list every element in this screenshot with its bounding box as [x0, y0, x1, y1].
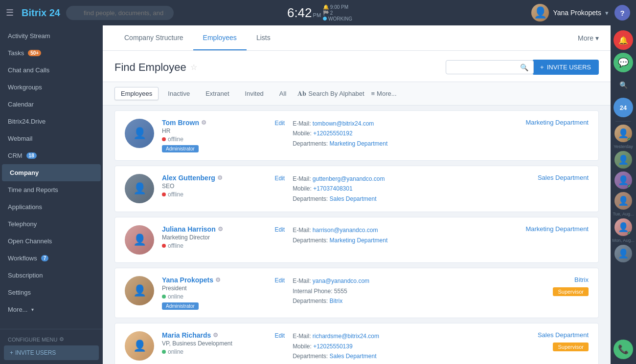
employee-card-maria-richards: 👤 Maria Richards ⚙ VP, Business Developm… — [114, 323, 599, 364]
dept-link-alex-guttenberg[interactable]: Sales Department — [510, 174, 589, 181]
menu-icon[interactable]: ☰ — [6, 7, 14, 18]
filter-more-button[interactable]: ≡ More... — [371, 90, 397, 97]
search-by-alphabet[interactable]: 𝐀𝐛 Search By Alphabet — [297, 89, 364, 98]
app-logo: Bitrix 24 — [22, 7, 60, 19]
settings-icon: ⚙ — [218, 226, 223, 233]
emp-email-tom-brown[interactable]: tombown@bitrix24.com — [313, 120, 374, 127]
dept-link-tom-brown[interactable]: Marketing Department — [510, 119, 589, 126]
crm-badge: 18 — [26, 152, 37, 159]
emp-mobile-tom-brown[interactable]: +12025550192 — [313, 130, 352, 137]
filter-tab-inactive[interactable]: Inactive — [161, 87, 196, 100]
emp-name-juliana-harrison[interactable]: Juliana Harrison ⚙ — [162, 225, 267, 233]
sidebar-item-subscription[interactable]: Subscription — [0, 267, 103, 284]
status-dot — [162, 244, 166, 248]
emp-dept-link-tom-brown[interactable]: Marketing Department — [330, 140, 388, 147]
emp-edit-juliana-harrison[interactable]: Edit — [274, 225, 285, 233]
invite-users-button[interactable]: + INVITE USERS — [532, 60, 599, 75]
emp-name-tom-brown[interactable]: Tom Brown ⚙ — [162, 119, 267, 127]
emp-email-alex-guttenberg[interactable]: guttenberg@yanandco.com — [313, 175, 385, 182]
sidebar-item-more[interactable]: More... ▾ — [0, 301, 103, 318]
emp-email-maria-richards[interactable]: richardsme@bitrix24.com — [313, 333, 379, 340]
emp-status-yana-prokopets: online — [162, 293, 267, 300]
sidebar-item-settings[interactable]: Settings — [0, 284, 103, 301]
emp-email-yana-prokopets[interactable]: yana@yanandco.com — [313, 278, 369, 284]
emp-mobile-maria-richards[interactable]: +12025550139 — [313, 343, 352, 350]
emp-contact-alex-guttenberg: E-Mail: guttenberg@yanandco.com Mobile: … — [293, 174, 502, 204]
sidebar-item-activity-stream[interactable]: Activity Stream — [0, 27, 103, 44]
sidebar-item-crm[interactable]: CRM 18 — [0, 147, 103, 164]
emp-dept-link-yana-prokopets[interactable]: Bitrix — [330, 298, 343, 304]
tab-company-structure[interactable]: Company Structure — [114, 26, 193, 50]
help-button[interactable]: ? — [614, 5, 630, 21]
sidebar-item-chat-and-calls[interactable]: Chat and Calls — [0, 62, 103, 79]
emp-role-juliana-harrison: Marketing Director — [162, 234, 267, 241]
emp-mobile-alex-guttenberg[interactable]: +17037408301 — [313, 185, 352, 192]
recent-contact-6[interactable]: 👤 — [614, 245, 632, 262]
emp-name-yana-prokopets[interactable]: Yana Prokopets ⚙ — [162, 276, 267, 284]
sidebar-invite-users-button[interactable]: + INVITE USERS — [4, 345, 99, 360]
recent-contact-1[interactable]: 👤 — [614, 125, 632, 142]
notifications-icon[interactable]: 🔔 — [613, 30, 633, 50]
tasks-badge: 50+ — [28, 50, 41, 56]
sidebar-item-applications[interactable]: Applications — [0, 198, 103, 215]
configure-menu[interactable]: CONFIGURE MENU ⚙ — [4, 333, 99, 345]
sidebar-item-webmail[interactable]: Webmail — [0, 130, 103, 147]
emp-dept-link-juliana-harrison[interactable]: Marketing Department — [330, 237, 388, 244]
filter-tab-invited[interactable]: Invited — [239, 87, 270, 100]
user-menu[interactable]: 👤 Yana Prokopets ▾ — [531, 4, 609, 21]
global-search-input[interactable] — [66, 6, 174, 20]
bitrix24-icon[interactable]: 24 — [613, 98, 633, 117]
sidebar-item-time-and-reports[interactable]: Time and Reports — [0, 181, 103, 198]
online-indicator — [628, 185, 632, 189]
employee-search-button[interactable]: 🔍 — [520, 64, 528, 71]
recent-contact-5[interactable]: 👤 — [614, 218, 632, 236]
emp-dept-link-alex-guttenberg[interactable]: Sales Department — [330, 195, 377, 202]
emp-dept-yana-prokopets: Bitrix Supervisor — [510, 276, 589, 296]
sidebar-item-workgroups[interactable]: Workgroups — [0, 79, 103, 96]
dept-link-yana-prokopets[interactable]: Bitrix — [510, 276, 589, 283]
filter-tab-all[interactable]: All — [273, 87, 293, 100]
emp-role-alex-guttenberg: SEO — [162, 183, 267, 190]
sidebar-item-company[interactable]: Company — [2, 164, 101, 181]
emp-name-alex-guttenberg[interactable]: Alex Guttenberg ⚙ — [162, 174, 267, 182]
dept-link-juliana-harrison[interactable]: Marketing Department — [510, 225, 589, 233]
find-employee-search: 🔍 + INVITE USERS — [446, 60, 599, 75]
dept-link-maria-richards[interactable]: Sales Department — [510, 331, 589, 339]
sidebar-item-tasks[interactable]: Tasks 50+ — [0, 44, 103, 62]
sidebar: Activity Stream Tasks 50+ Chat and Calls… — [0, 25, 103, 364]
tab-employees[interactable]: Employees — [193, 26, 247, 50]
content-header: Company Structure Employees Lists More ▾ — [103, 25, 611, 51]
filter-tab-extranet[interactable]: Extranet — [199, 87, 235, 100]
emp-edit-maria-richards[interactable]: Edit — [274, 331, 285, 339]
emp-contact-maria-richards: E-Mail: richardsme@bitrix24.com Mobile: … — [293, 331, 502, 361]
chat-icon[interactable]: 💬 — [613, 53, 633, 72]
emp-role-maria-richards: VP, Business Development — [162, 340, 267, 347]
favorite-icon[interactable]: ☆ — [190, 63, 197, 72]
emp-dept-alex-guttenberg: Sales Department — [510, 174, 589, 184]
sidebar-item-telephony[interactable]: Telephony — [0, 215, 103, 233]
emp-dept-link-maria-richards[interactable]: Sales Department — [330, 353, 377, 360]
filter-tab-employees[interactable]: Employees — [114, 87, 159, 100]
tab-lists[interactable]: Lists — [247, 26, 280, 50]
emp-edit-tom-brown[interactable]: Edit — [274, 119, 285, 127]
plus-icon: + — [540, 64, 544, 71]
sidebar-item-workflows[interactable]: Workflows 7 — [0, 250, 103, 267]
sidebar-item-bitrix24-drive[interactable]: Bitrix24.Drive — [0, 113, 103, 130]
recent-contact-3[interactable]: 👤 — [614, 171, 632, 189]
recent-contact-2[interactable]: 👤 — [614, 151, 632, 169]
content-tabs: Company Structure Employees Lists — [114, 26, 578, 50]
emp-email-juliana-harrison[interactable]: harrison@yanandco.com — [313, 227, 378, 234]
date-yesterday: Yesterday — [613, 143, 633, 150]
recent-contact-4[interactable]: 👤 — [614, 192, 632, 210]
sidebar-item-open-channels[interactable]: Open Channels — [0, 233, 103, 250]
emp-edit-alex-guttenberg[interactable]: Edit — [274, 174, 285, 182]
emp-name-maria-richards[interactable]: Maria Richards ⚙ — [162, 331, 267, 339]
user-avatar: 👤 — [531, 4, 549, 21]
phone-icon[interactable]: 📞 — [613, 340, 633, 359]
sidebar-item-calendar[interactable]: Calendar — [0, 96, 103, 113]
emp-status-juliana-harrison: offline — [162, 242, 267, 249]
tab-more[interactable]: More ▾ — [578, 26, 599, 50]
username-label: Yana Prokopets — [553, 9, 601, 17]
right-search-icon[interactable]: 🔍 — [613, 75, 633, 95]
emp-edit-yana-prokopets[interactable]: Edit — [274, 276, 285, 284]
